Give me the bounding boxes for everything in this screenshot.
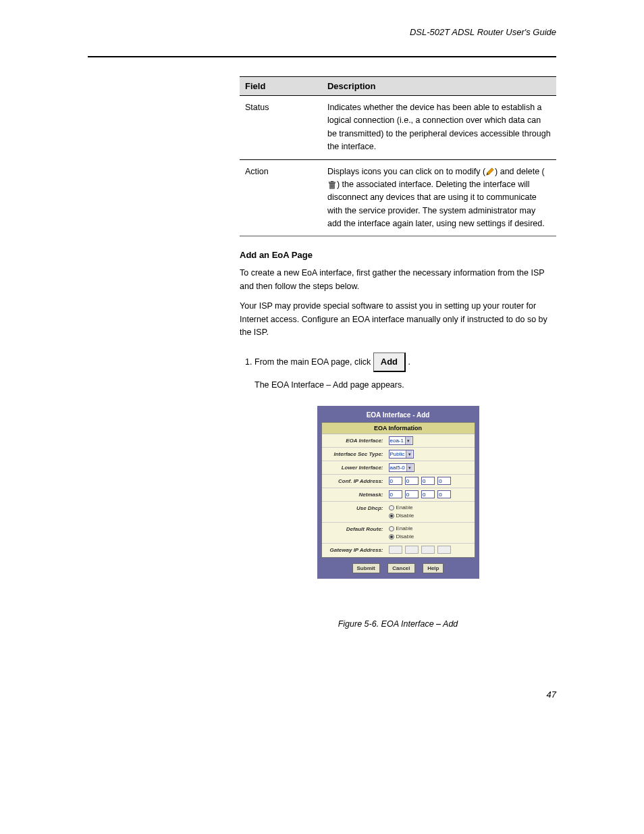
gateway-ip-octet-1[interactable] (389, 546, 402, 554)
radio-default-route-disable[interactable] (389, 534, 394, 540)
label-interface-sec-type: Interface Sec Type: (322, 448, 386, 461)
field-desc-action: Displays icons you can click on to modif… (322, 160, 556, 236)
radio-dhcp-enable[interactable] (389, 505, 394, 511)
field-description-table: Field Description Status Indicates wheth… (240, 76, 556, 236)
doc-title: DSL-502T ADSL Router User's Guide (88, 27, 556, 37)
trash-icon (327, 180, 337, 189)
submit-button[interactable]: Submit (352, 563, 380, 573)
select-interface-sec-type[interactable]: Public▾ (389, 450, 414, 459)
field-name-status: Status (240, 96, 322, 160)
gateway-ip-octet-2[interactable] (405, 546, 419, 554)
field-name-action: Action (240, 160, 322, 236)
netmask-octet-3[interactable]: 0 (421, 490, 435, 498)
chevron-down-icon: ▾ (406, 450, 412, 458)
section-heading-add-eoa: Add an EoA Page (240, 250, 556, 260)
select-eoa-interface[interactable]: eoa-1▾ (389, 436, 413, 445)
svg-rect-2 (331, 181, 333, 182)
netmask-octet-2[interactable]: 0 (405, 490, 419, 498)
page-number: 47 (0, 662, 644, 713)
gateway-ip-octet-4[interactable] (437, 546, 451, 554)
table-row: Action Displays icons you can click on t… (240, 160, 556, 236)
conf-ip-octet-2[interactable]: 0 (405, 477, 419, 485)
chevron-down-icon: ▾ (406, 464, 413, 471)
step-list: From the main EOA page, click Add . The … (240, 353, 556, 392)
label-netmask: Netmask: (322, 488, 386, 501)
figure-caption: Figure 5-6. EOA Interface – Add (240, 619, 556, 629)
intro-paragraph-1: To create a new EoA interface, first gat… (240, 267, 556, 293)
col-header-description: Description (322, 77, 556, 96)
gateway-ip-octet-3[interactable] (421, 546, 435, 554)
conf-ip-octet-4[interactable]: 0 (437, 477, 451, 485)
header-rule (88, 56, 556, 57)
label-eoa-interface: EOA Interface: (322, 434, 386, 447)
select-lower-interface[interactable]: aal5-0▾ (389, 463, 414, 472)
label-use-dhcp: Use Dhcp: (322, 502, 386, 522)
radio-dhcp-disable[interactable] (389, 513, 394, 519)
label-gateway-ip: Gateway IP Address: (322, 544, 386, 557)
pencil-icon (485, 167, 495, 176)
col-header-field: Field (240, 77, 322, 96)
dialog-section-header: EOA Information (322, 423, 475, 434)
help-button[interactable]: Help (423, 563, 444, 573)
step-1: From the main EOA page, click Add . The … (254, 353, 556, 392)
conf-ip-octet-1[interactable]: 0 (389, 477, 402, 485)
netmask-octet-1[interactable]: 0 (389, 490, 402, 498)
table-row: Status Indicates whether the device has … (240, 96, 556, 160)
conf-ip-octet-3[interactable]: 0 (421, 477, 435, 485)
label-conf-ip-address: Conf. IP Address: (322, 475, 386, 488)
cancel-button[interactable]: Cancel (387, 563, 414, 573)
radio-default-route-enable[interactable] (389, 526, 394, 531)
label-default-route: Default Route: (322, 523, 386, 543)
netmask-octet-4[interactable]: 0 (437, 490, 451, 498)
chevron-down-icon: ▾ (405, 437, 412, 444)
intro-paragraph-2: Your ISP may provide special software to… (240, 300, 556, 339)
field-desc-status: Indicates whether the device has been ab… (322, 96, 556, 160)
eoa-add-dialog: EOA Interface - Add EOA Information EOA … (317, 406, 479, 579)
dialog-title: EOA Interface - Add (321, 410, 475, 422)
label-lower-interface: Lower Interface: (322, 461, 386, 474)
add-button[interactable]: Add (373, 353, 406, 372)
